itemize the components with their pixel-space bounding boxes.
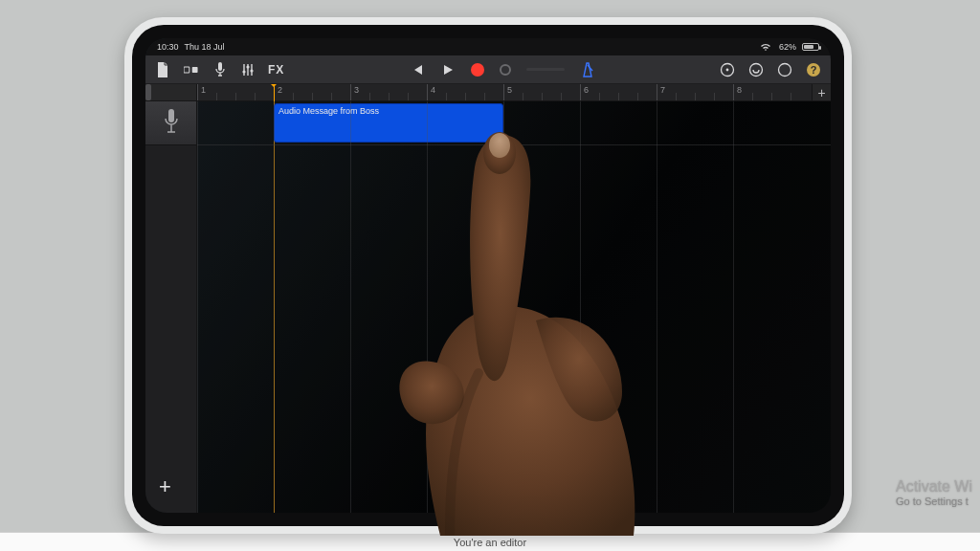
svg-rect-1 (192, 67, 198, 73)
svg-point-7 (726, 68, 729, 71)
help-button[interactable]: ? (806, 62, 821, 77)
loop-marker[interactable] (145, 84, 151, 100)
ruler-subtick (255, 93, 256, 100)
ruler-subtick (465, 93, 466, 100)
ruler-subtick (791, 93, 791, 100)
mixer-icon[interactable] (241, 62, 255, 77)
caption-bar: You're an editor (0, 532, 980, 551)
ruler-bar-label: 7 (660, 85, 665, 95)
ruler-subtick (771, 93, 772, 100)
track-lane-1[interactable]: Audio Message from Boss (197, 101, 831, 145)
svg-rect-2 (218, 62, 222, 71)
ruler-bar-label: 1 (201, 85, 206, 95)
settings-button[interactable] (777, 62, 792, 77)
svg-text:?: ? (811, 64, 817, 76)
lane-gridline (274, 101, 275, 513)
svg-rect-0 (184, 67, 189, 73)
ruler-bar-label: 8 (737, 85, 742, 95)
lane-gridline (657, 101, 657, 513)
ruler-bar-label: 3 (354, 85, 359, 95)
ipad-screen: 10:30 Thu 18 Jul 62% (145, 38, 831, 513)
ruler-subtick (714, 93, 715, 100)
app-toolbar: FX (145, 55, 831, 84)
cycle-button[interactable] (500, 64, 511, 76)
ruler-subtick (484, 93, 485, 100)
ruler-bar: 3 (350, 84, 351, 100)
ruler-subtick (695, 93, 696, 100)
watermark-line1: Activate Wi (896, 478, 972, 496)
rewind-button[interactable] (410, 62, 425, 77)
battery-icon (802, 43, 819, 51)
document-icon[interactable] (155, 62, 170, 77)
ruler-subtick (331, 93, 332, 100)
ruler-bar-label: 2 (278, 85, 282, 95)
ruler-subtick (637, 93, 638, 100)
track-headers (145, 101, 197, 513)
record-button[interactable] (471, 63, 484, 77)
lane-gridline (733, 101, 734, 513)
caption-text: You're an editor (454, 537, 526, 548)
svg-rect-12 (168, 109, 174, 122)
ruler-subtick (293, 93, 294, 100)
ruler-subtick (523, 93, 523, 100)
lane-gridline (197, 101, 198, 513)
metronome-button[interactable] (580, 62, 595, 77)
wifi-icon (758, 39, 773, 55)
ruler-subtick (369, 93, 370, 100)
battery-percent: 62% (779, 42, 796, 52)
svg-point-4 (246, 65, 249, 68)
ruler-bar: 5 (503, 84, 504, 100)
ruler-subtick (599, 93, 600, 100)
ipad-bezel: 10:30 Thu 18 Jul 62% (132, 25, 844, 526)
ruler-corner (145, 84, 197, 100)
ruler-subtick (561, 93, 562, 100)
add-bars-button[interactable]: + (812, 84, 831, 100)
ruler-bar-label: 6 (584, 85, 589, 95)
ruler-subtick (446, 93, 447, 100)
watermark-line2: Go to Settings t (896, 496, 972, 507)
svg-point-9 (779, 63, 791, 76)
lane-gridline (580, 101, 581, 513)
status-date: Thu 18 Jul (185, 42, 225, 52)
ruler-bar: 8 (733, 84, 734, 100)
ios-status-bar: 10:30 Thu 18 Jul 62% (145, 38, 831, 55)
loop-browser-button[interactable] (748, 62, 764, 77)
lane-gridline (503, 101, 504, 513)
ruler-bar: 6 (580, 84, 581, 100)
ruler-bar: 7 (657, 84, 657, 100)
ruler-bar: 4 (427, 84, 428, 100)
ruler-subtick (389, 93, 390, 100)
ruler-subtick (408, 93, 409, 100)
fx-button[interactable]: FX (268, 63, 284, 77)
microphone-icon[interactable] (212, 62, 228, 77)
ruler-subtick (235, 93, 236, 100)
view-mode-icon[interactable] (184, 62, 199, 77)
svg-point-5 (250, 69, 253, 72)
timeline-ruler-row: 12345678 + (145, 84, 831, 101)
svg-point-8 (750, 63, 763, 76)
timeline-ruler[interactable]: 12345678 (197, 84, 812, 100)
ruler-subtick (216, 93, 217, 100)
ipad-frame: 10:30 Thu 18 Jul 62% (124, 17, 852, 534)
audio-region[interactable]: Audio Message from Boss (274, 103, 503, 143)
ruler-subtick (618, 93, 619, 100)
info-button[interactable] (720, 62, 735, 77)
region-label: Audio Message from Boss (278, 106, 379, 116)
ruler-subtick (676, 93, 677, 100)
ruler-subtick (312, 93, 313, 100)
track-mic-icon (164, 107, 179, 140)
ruler-bar: 1 (197, 84, 198, 100)
track-header-1[interactable] (145, 101, 196, 145)
ruler-bar-label: 4 (431, 85, 435, 95)
windows-activation-watermark: Activate Wi Go to Settings t (896, 478, 972, 507)
track-lanes[interactable]: Audio Message from Boss (197, 101, 831, 513)
ruler-subtick (752, 93, 753, 100)
ruler-bar-label: 5 (507, 85, 512, 95)
tracks-area: Audio Message from Boss + (145, 101, 831, 513)
play-button[interactable] (440, 62, 456, 77)
svg-point-3 (242, 70, 245, 73)
stage: 10:30 Thu 18 Jul 62% (0, 0, 980, 532)
add-track-button[interactable]: + (159, 474, 171, 499)
lcd-display[interactable] (526, 68, 565, 71)
lane-gridline (427, 101, 428, 513)
